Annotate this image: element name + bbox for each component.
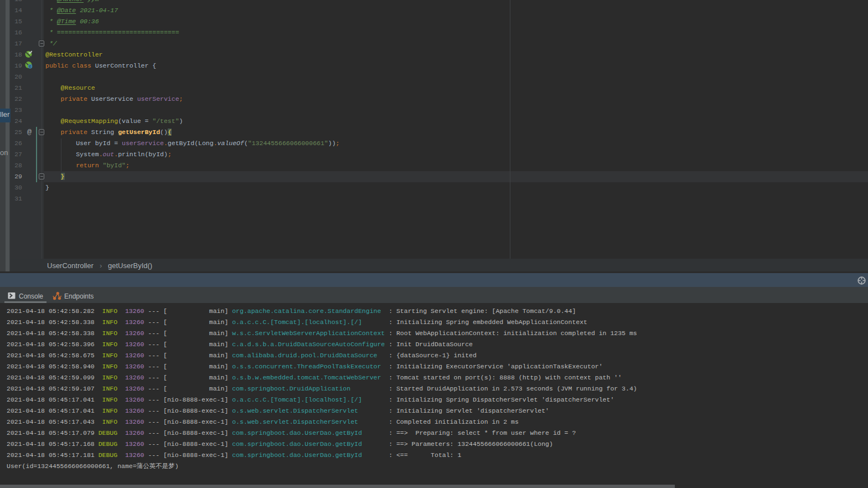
svg-text:c: c (29, 64, 31, 68)
